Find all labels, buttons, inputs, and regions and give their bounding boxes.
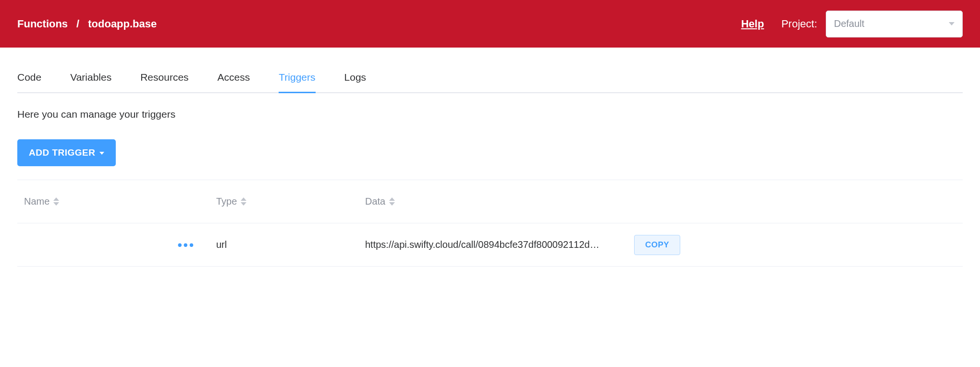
cell-data: https://api.swifty.cloud/call/0894bcfe37… bbox=[358, 239, 627, 250]
column-header-data[interactable]: Data bbox=[358, 196, 905, 207]
header-right: Help Project: Default bbox=[741, 11, 963, 37]
app-header: Functions / todoapp.base Help Project: D… bbox=[0, 0, 980, 48]
sort-icon bbox=[389, 197, 395, 206]
page-actions: ADD TRIGGER bbox=[17, 139, 963, 180]
sort-icon bbox=[241, 197, 246, 206]
project-select-value: Default bbox=[834, 18, 864, 29]
tab-variables[interactable]: Variables bbox=[70, 72, 111, 93]
breadcrumb-root[interactable]: Functions bbox=[17, 18, 68, 30]
sort-icon bbox=[53, 197, 59, 206]
breadcrumb-separator: / bbox=[76, 18, 79, 30]
tab-resources[interactable]: Resources bbox=[140, 72, 188, 93]
tab-logs[interactable]: Logs bbox=[344, 72, 367, 93]
tab-triggers[interactable]: Triggers bbox=[279, 72, 315, 93]
page-description: Here you can manage your triggers bbox=[17, 109, 963, 120]
cell-actions: COPY bbox=[627, 235, 685, 255]
chevron-down-icon bbox=[949, 22, 955, 25]
page-content: Code Variables Resources Access Triggers… bbox=[0, 71, 980, 267]
breadcrumb: Functions / todoapp.base bbox=[17, 18, 157, 30]
chevron-down-icon bbox=[99, 152, 104, 155]
tab-code[interactable]: Code bbox=[17, 72, 41, 93]
row-menu-icon[interactable]: ••• bbox=[178, 239, 195, 251]
tab-access[interactable]: Access bbox=[218, 72, 250, 93]
project-label: Project: bbox=[781, 18, 817, 30]
add-trigger-label: ADD TRIGGER bbox=[29, 147, 96, 158]
tabs: Code Variables Resources Access Triggers… bbox=[17, 71, 963, 93]
help-link[interactable]: Help bbox=[741, 18, 764, 30]
column-header-type[interactable]: Type bbox=[209, 196, 358, 207]
table-row: ••• url https://api.swifty.cloud/call/08… bbox=[17, 223, 963, 267]
cell-type: url bbox=[209, 239, 358, 250]
breadcrumb-current: todoapp.base bbox=[88, 18, 157, 30]
add-trigger-button[interactable]: ADD TRIGGER bbox=[17, 139, 116, 166]
project-selector-wrap: Project: Default bbox=[781, 11, 963, 37]
column-header-name[interactable]: Name bbox=[17, 196, 209, 207]
copy-button[interactable]: COPY bbox=[634, 235, 680, 255]
triggers-table: Name Type Data ••• url https://api.swift… bbox=[17, 180, 963, 267]
table-header-row: Name Type Data bbox=[17, 180, 963, 223]
cell-name: ••• bbox=[17, 239, 209, 251]
project-select[interactable]: Default bbox=[826, 11, 963, 37]
